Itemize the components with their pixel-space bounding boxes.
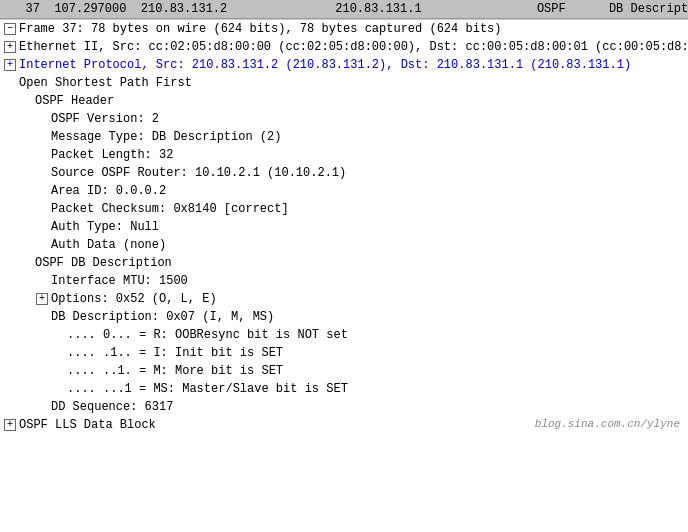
tree-row-ospf-version[interactable]: OSPF Version: 2 <box>0 110 688 128</box>
tree-row-options[interactable]: +Options: 0x52 (O, L, E) <box>0 290 688 308</box>
tree-row-auth-type[interactable]: Auth Type: Null <box>0 218 688 236</box>
row-text-options: Options: 0x52 (O, L, E) <box>51 291 217 307</box>
tree-row-oob[interactable]: .... 0... = R: OOBResync bit is NOT set <box>0 326 688 344</box>
tree-row-ethernet[interactable]: +Ethernet II, Src: cc:02:05:d8:00:00 (cc… <box>0 38 688 56</box>
tree-row-ospf[interactable]: Open Shortest Path First <box>0 74 688 92</box>
tree-row-ms[interactable]: .... ...1 = MS: Master/Slave bit is SET <box>0 380 688 398</box>
row-text-ospf: Open Shortest Path First <box>19 75 192 91</box>
row-text-more: .... ..1. = M: More bit is SET <box>67 363 283 379</box>
row-text-ospf-header: OSPF Header <box>35 93 114 109</box>
tree-row-src-router[interactable]: Source OSPF Router: 10.10.2.1 (10.10.2.1… <box>0 164 688 182</box>
row-text-init: .... .1.. = I: Init bit is SET <box>67 345 283 361</box>
tree-row-init[interactable]: .... .1.. = I: Init bit is SET <box>0 344 688 362</box>
row-text-msg-type: Message Type: DB Description (2) <box>51 129 281 145</box>
expand-icon-frame[interactable]: − <box>4 23 16 35</box>
expand-icon-ip[interactable]: + <box>4 59 16 71</box>
row-text-auth-type: Auth Type: Null <box>51 219 159 235</box>
tree-row-db-desc[interactable]: DB Description: 0x07 (I, M, MS) <box>0 308 688 326</box>
row-text-oob: .... 0... = R: OOBResync bit is NOT set <box>67 327 348 343</box>
row-text-lls: OSPF LLS Data Block <box>19 417 156 433</box>
row-text-dd-seq: DD Sequence: 6317 <box>51 399 173 415</box>
tree-row-auth-data[interactable]: Auth Data (none) <box>0 236 688 254</box>
tree-row-frame[interactable]: −Frame 37: 78 bytes on wire (624 bits), … <box>0 20 688 38</box>
row-text-src-router: Source OSPF Router: 10.10.2.1 (10.10.2.1… <box>51 165 346 181</box>
row-text-auth-data: Auth Data (none) <box>51 237 166 253</box>
packet-tree: −Frame 37: 78 bytes on wire (624 bits), … <box>0 20 688 434</box>
row-text-ospf-db-desc: OSPF DB Description <box>35 255 172 271</box>
row-text-ip: Internet Protocol, Src: 210.83.131.2 (21… <box>19 57 631 73</box>
header-text: 37 107.297000 210.83.131.2 210.83.131.1 … <box>4 2 688 16</box>
tree-row-checksum[interactable]: Packet Checksum: 0x8140 [correct] <box>0 200 688 218</box>
row-text-ms: .... ...1 = MS: Master/Slave bit is SET <box>67 381 348 397</box>
row-text-ethernet: Ethernet II, Src: cc:02:05:d8:00:00 (cc:… <box>19 39 688 55</box>
tree-row-iface-mtu[interactable]: Interface MTU: 1500 <box>0 272 688 290</box>
row-text-area-id: Area ID: 0.0.0.2 <box>51 183 166 199</box>
tree-row-more[interactable]: .... ..1. = M: More bit is SET <box>0 362 688 380</box>
expand-icon-lls[interactable]: + <box>4 419 16 431</box>
row-text-checksum: Packet Checksum: 0x8140 [correct] <box>51 201 289 217</box>
row-text-db-desc: DB Description: 0x07 (I, M, MS) <box>51 309 274 325</box>
packet-header: 37 107.297000 210.83.131.2 210.83.131.1 … <box>0 0 688 19</box>
tree-row-dd-seq[interactable]: DD Sequence: 6317 <box>0 398 688 416</box>
row-text-ospf-version: OSPF Version: 2 <box>51 111 159 127</box>
watermark: blog.sina.com.cn/ylyne <box>535 418 680 430</box>
tree-row-area-id[interactable]: Area ID: 0.0.0.2 <box>0 182 688 200</box>
expand-icon-options[interactable]: + <box>36 293 48 305</box>
row-text-frame: Frame 37: 78 bytes on wire (624 bits), 7… <box>19 21 501 37</box>
tree-row-ospf-header[interactable]: OSPF Header <box>0 92 688 110</box>
tree-row-ip[interactable]: +Internet Protocol, Src: 210.83.131.2 (2… <box>0 56 688 74</box>
tree-row-pkt-len[interactable]: Packet Length: 32 <box>0 146 688 164</box>
row-text-iface-mtu: Interface MTU: 1500 <box>51 273 188 289</box>
tree-row-ospf-db-desc[interactable]: OSPF DB Description <box>0 254 688 272</box>
row-text-pkt-len: Packet Length: 32 <box>51 147 173 163</box>
expand-icon-ethernet[interactable]: + <box>4 41 16 53</box>
tree-row-msg-type[interactable]: Message Type: DB Description (2) <box>0 128 688 146</box>
